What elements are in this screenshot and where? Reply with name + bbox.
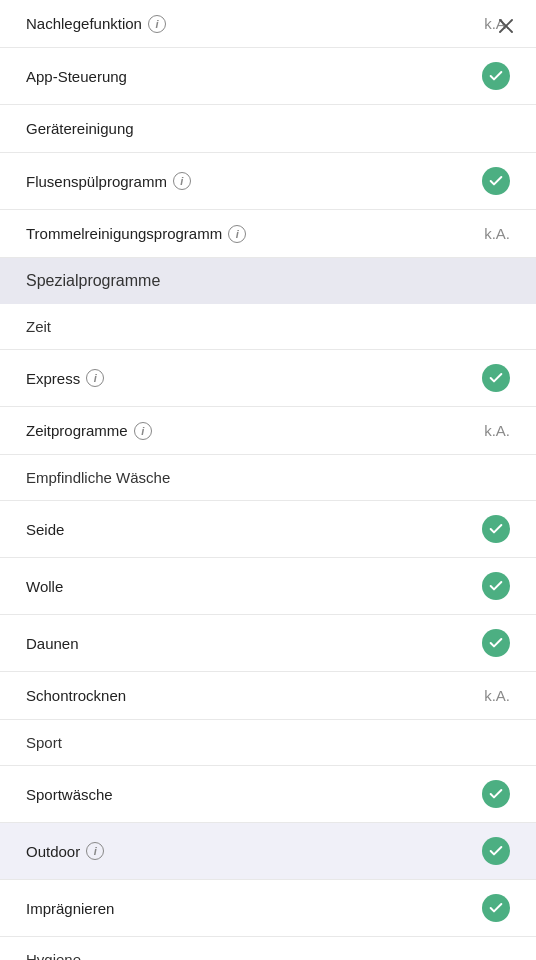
item-label-text: Seide	[26, 521, 64, 538]
list-item: Trommelreinigungsprogrammik.A.	[0, 210, 536, 258]
item-label: Expressi	[26, 369, 104, 387]
item-label-text: Zeitprogramme	[26, 422, 128, 439]
item-label-text: Wolle	[26, 578, 63, 595]
info-icon[interactable]: i	[173, 172, 191, 190]
item-label-text: Express	[26, 370, 80, 387]
section-header: Spezialprogramme	[0, 258, 536, 304]
info-icon[interactable]: i	[228, 225, 246, 243]
subsection-header: Empfindliche Wäsche	[0, 455, 536, 501]
check-icon	[482, 629, 510, 657]
item-label-text: Trommelreinigungsprogramm	[26, 225, 222, 242]
list-item: Sportwäsche	[0, 766, 536, 823]
item-label: Gerätereinigung	[26, 120, 134, 137]
item-label: Zeitprogrammei	[26, 422, 152, 440]
check-icon	[482, 894, 510, 922]
list-item: Zeitprogrammeik.A.	[0, 407, 536, 455]
item-label-text: App-Steuerung	[26, 68, 127, 85]
list-item: Imprägnieren	[0, 880, 536, 937]
item-label-text: Daunen	[26, 635, 79, 652]
check-icon	[482, 364, 510, 392]
item-label: Imprägnieren	[26, 900, 114, 917]
check-icon	[482, 572, 510, 600]
item-label: Wolle	[26, 578, 63, 595]
list-item: Expressi	[0, 350, 536, 407]
check-icon	[482, 62, 510, 90]
item-label: Daunen	[26, 635, 79, 652]
subsection-header: Zeit	[0, 304, 536, 350]
item-label-text: Imprägnieren	[26, 900, 114, 917]
item-value: k.A.	[484, 687, 510, 704]
list-item: Wolle	[0, 558, 536, 615]
item-label: Outdoori	[26, 842, 104, 860]
item-label-text: Schontrocknen	[26, 687, 126, 704]
check-icon	[482, 837, 510, 865]
subsection-header: Hygiene	[0, 937, 536, 960]
item-label-text: Sportwäsche	[26, 786, 113, 803]
item-value: k.A.	[484, 225, 510, 242]
list-item: Flusenspülprogrammi	[0, 153, 536, 210]
item-label: Flusenspülprogrammi	[26, 172, 191, 190]
info-icon[interactable]: i	[86, 842, 104, 860]
check-icon	[482, 515, 510, 543]
close-button[interactable]	[492, 12, 520, 40]
list-item: App-Steuerung	[0, 48, 536, 105]
list-item: Seide	[0, 501, 536, 558]
item-label: Seide	[26, 521, 64, 538]
subsection-header: Sport	[0, 720, 536, 766]
item-label-text: Outdoor	[26, 843, 80, 860]
list-item: Outdoori	[0, 823, 536, 880]
check-icon	[482, 167, 510, 195]
item-label-text: Flusenspülprogramm	[26, 173, 167, 190]
feature-list: Nachlegefunktionik.A.App-SteuerungGeräte…	[0, 0, 536, 960]
item-label: Schontrocknen	[26, 687, 126, 704]
info-icon[interactable]: i	[148, 15, 166, 33]
list-item: Gerätereinigung	[0, 105, 536, 153]
check-icon	[482, 780, 510, 808]
item-label-text: Gerätereinigung	[26, 120, 134, 137]
item-label: App-Steuerung	[26, 68, 127, 85]
item-label-text: Nachlegefunktion	[26, 15, 142, 32]
list-item: Nachlegefunktionik.A.	[0, 0, 536, 48]
item-label: Nachlegefunktioni	[26, 15, 166, 33]
info-icon[interactable]: i	[134, 422, 152, 440]
info-icon[interactable]: i	[86, 369, 104, 387]
list-item: Schontrocknenk.A.	[0, 672, 536, 720]
list-item: Daunen	[0, 615, 536, 672]
item-label: Trommelreinigungsprogrammi	[26, 225, 246, 243]
item-label: Sportwäsche	[26, 786, 113, 803]
item-value: k.A.	[484, 422, 510, 439]
